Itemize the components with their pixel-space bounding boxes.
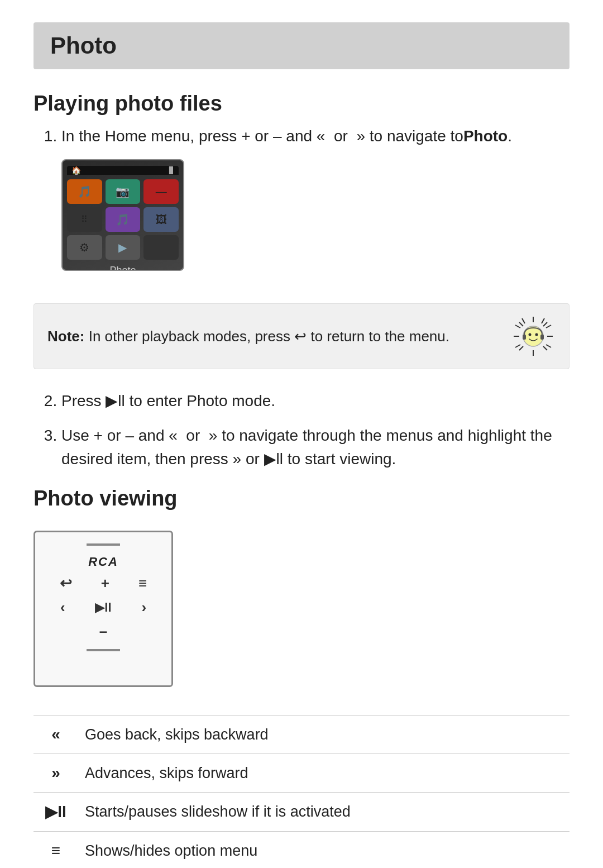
svg-line-10 — [515, 325, 520, 328]
grid-cell-1: 🎵 — [67, 179, 102, 204]
svg-line-4 — [519, 322, 523, 326]
device-illustration: 🏠 ▊ 🎵 📷 — ⠿ 🎵 🖼 ⚙ ▶ Photo — [61, 159, 184, 271]
control-description: Shows/hides option menu — [78, 832, 570, 869]
home-icon: 🏠 — [71, 165, 81, 177]
note-body: In other playback modes, press ↩ to retu… — [89, 328, 449, 345]
svg-line-7 — [519, 346, 523, 350]
svg-line-5 — [543, 346, 547, 350]
step2-text: Press ▶ll to enter Photo mode. — [61, 392, 275, 409]
photo-device-bottom-line — [87, 649, 120, 651]
photo-device-row-2: ‹ ▶ll › — [45, 599, 161, 616]
prev-btn: ‹ — [60, 599, 65, 616]
section-heading-viewing: Photo viewing — [34, 487, 570, 511]
step3-text: Use + or – and « or » to navigate throug… — [61, 427, 552, 468]
step1-icons: « or » — [317, 127, 365, 145]
photo-device: RCА ↩ + ≡ ‹ ▶ll › – — [34, 531, 173, 687]
section-heading-playing: Playing photo files — [34, 92, 570, 116]
grid-cell-5: 🎵 — [106, 207, 141, 232]
steps-2-3-list: Press ▶ll to enter Photo mode. Use + or … — [34, 389, 570, 471]
note-box: Note: In other playback modes, press ↩ t… — [34, 303, 570, 369]
step-2: Press ▶ll to enter Photo mode. — [61, 389, 570, 413]
back-btn: ↩ — [60, 575, 72, 592]
control-symbol: ▶ll — [34, 793, 78, 832]
control-description: Starts/pauses slideshow if it is activat… — [78, 793, 570, 832]
control-symbol: ≡ — [34, 832, 78, 869]
svg-point-16 — [535, 333, 538, 336]
sun-mascot-icon — [511, 314, 556, 359]
controls-table: « Goes back, skips backward » Advances, … — [34, 715, 570, 868]
note-label: Note: — [47, 328, 84, 345]
grid-cell-4: ⠿ — [67, 207, 102, 232]
battery-icon: ▊ — [169, 165, 174, 175]
photo-device-row-3: – — [45, 623, 161, 640]
device-top-bar: 🏠 ▊ — [67, 166, 179, 175]
step-3: Use + or – and « or » to navigate throug… — [61, 424, 570, 471]
control-symbol: » — [34, 754, 78, 793]
grid-cell-8: ▶ — [106, 235, 141, 260]
page-title-bar: Photo — [34, 22, 570, 69]
step1-text: In the Home menu, press + or – and « or … — [61, 127, 512, 145]
svg-rect-18 — [540, 335, 544, 340]
svg-line-12 — [546, 325, 551, 328]
svg-point-15 — [529, 333, 532, 336]
grid-cell-2: 📷 — [106, 179, 141, 204]
control-description: Advances, skips forward — [78, 754, 570, 793]
plus-btn: + — [101, 575, 109, 592]
photo-device-top-line — [87, 543, 120, 546]
control-symbol: « — [34, 716, 78, 754]
device-grid: 🎵 📷 — ⠿ 🎵 🖼 ⚙ ▶ — [67, 179, 179, 260]
step-1: In the Home menu, press + or – and « or … — [61, 125, 570, 288]
photo-device-brand: RCА — [45, 555, 161, 569]
page-title: Photo — [50, 32, 553, 59]
grid-cell-7: ⚙ — [67, 235, 102, 260]
play-btn: ▶ll — [95, 600, 111, 615]
next-btn: › — [141, 599, 146, 616]
table-row: ▶ll Starts/pauses slideshow if it is act… — [34, 793, 570, 832]
steps-list: In the Home menu, press + or – and « or … — [34, 125, 570, 288]
table-row: » Advances, skips forward — [34, 754, 570, 793]
menu-btn: ≡ — [138, 575, 147, 592]
photo-device-row-1: ↩ + ≡ — [45, 575, 161, 592]
grid-cell-3: — — [143, 179, 179, 204]
photo-device-wrapper: RCА ↩ + ≡ ‹ ▶ll › – — [34, 531, 173, 687]
svg-line-8 — [522, 318, 525, 323]
grid-cell-9 — [143, 235, 179, 260]
control-description: Goes back, skips backward — [78, 716, 570, 754]
svg-line-13 — [546, 345, 551, 347]
svg-line-6 — [543, 322, 547, 326]
svg-line-9 — [542, 318, 544, 323]
svg-rect-17 — [523, 335, 526, 340]
svg-line-11 — [515, 345, 520, 347]
table-row: « Goes back, skips backward — [34, 716, 570, 754]
grid-cell-6: 🖼 — [143, 207, 179, 232]
device-screen: 🏠 ▊ 🎵 📷 — ⠿ 🎵 🖼 ⚙ ▶ Photo — [61, 159, 184, 271]
minus-btn: – — [99, 623, 107, 640]
note-text: Note: In other playback modes, press ↩ t… — [47, 328, 500, 345]
device-label: Photo — [109, 263, 136, 271]
table-row: ≡ Shows/hides option menu — [34, 832, 570, 869]
